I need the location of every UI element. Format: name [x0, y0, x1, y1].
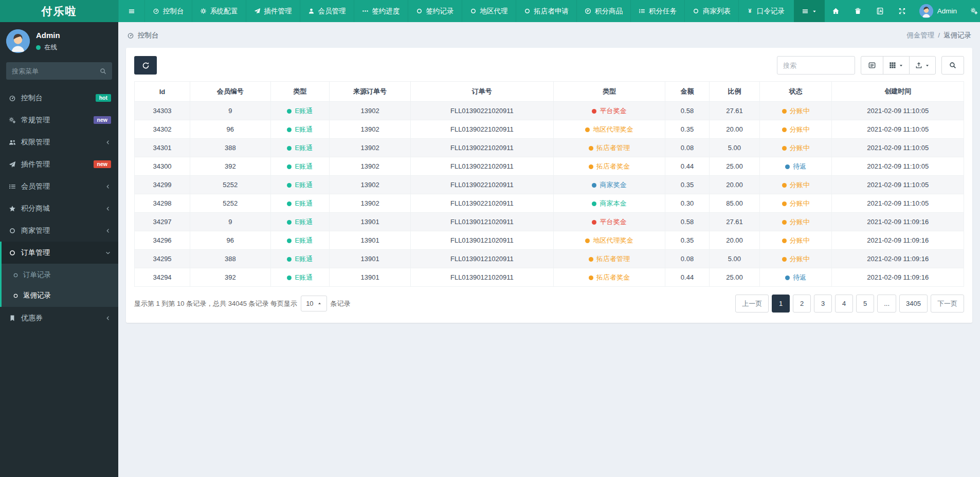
navbar-item-label: 口令记录	[757, 7, 785, 16]
status-dot	[589, 164, 593, 169]
table-cell: 34299	[135, 176, 190, 194]
table-cell: 13902	[330, 139, 411, 157]
table-cell: 拓店者管理	[553, 250, 665, 268]
status-dot	[589, 257, 593, 262]
page-button[interactable]: 下一页	[931, 295, 964, 313]
table-cell: 388	[190, 139, 270, 157]
settings-button[interactable]	[963, 0, 980, 22]
navbar-item[interactable]: 签约记录	[408, 0, 462, 22]
navbar-item[interactable]: 拓店者申请	[516, 0, 577, 22]
status-dot	[287, 146, 292, 151]
navbar-item[interactable]: 系统配置	[192, 0, 246, 22]
page-size-dropdown[interactable]: 10	[301, 296, 326, 311]
page-button[interactable]: 5	[856, 295, 874, 313]
submenu-item-label: 返佣记录	[23, 291, 51, 300]
sidebar-item-link[interactable]: 优惠券	[2, 307, 118, 329]
breadcrumb-parent[interactable]: 佣金管理	[906, 31, 934, 39]
svg-text:¥: ¥	[749, 8, 752, 14]
trash-icon	[854, 7, 862, 15]
table-cell: 13902	[330, 176, 411, 194]
user-icon	[308, 8, 315, 14]
page-button[interactable]: 上一页	[735, 295, 769, 313]
table-cell: 地区代理奖金	[553, 231, 665, 250]
table-header-row: Id会员编号类型来源订单号订单号类型金额比例状态创建时间	[135, 82, 964, 102]
sidebar-item-link[interactable]: 积分商城	[2, 197, 118, 219]
gears-icon	[970, 7, 978, 15]
language-button[interactable]	[869, 0, 891, 22]
table-cell: 2021-02-09 11:10:05	[832, 102, 964, 120]
table-search-input[interactable]	[777, 56, 855, 75]
column-header: 比例	[709, 82, 759, 102]
list-icon	[9, 183, 21, 190]
status-dot	[785, 164, 790, 169]
sidebar-item-link[interactable]: 常规管理new	[2, 109, 118, 131]
view-toggle-dropdown[interactable]	[794, 0, 825, 22]
navbar-item-label: 会员管理	[318, 7, 346, 16]
toolbar-right	[777, 56, 964, 75]
column-header: 状态	[760, 82, 832, 102]
table-cell: 0.08	[665, 250, 709, 268]
page-button[interactable]: 3405	[899, 295, 928, 313]
submenu-item[interactable]: 订单记录	[2, 265, 118, 285]
table-cell: FLL01390121020911	[411, 268, 553, 287]
sidebar-item-link[interactable]: 商家管理	[2, 219, 118, 242]
table-row: 342985252E账通13902FLL01390221020911商家本金0.…	[135, 194, 964, 213]
refresh-button[interactable]	[134, 56, 157, 75]
user-menu[interactable]: Admin	[913, 0, 963, 22]
caret-down-icon	[812, 9, 817, 14]
sidebar-item-link[interactable]: 控制台hot	[2, 87, 118, 109]
search-button[interactable]	[941, 56, 964, 75]
navbar-item[interactable]: ¥口令记录	[738, 0, 792, 22]
status-dot	[287, 127, 292, 132]
navbar-item[interactable]: 会员管理	[300, 0, 354, 22]
navbar-item-label: 拓店者申请	[534, 7, 569, 16]
language-icon	[876, 7, 884, 15]
page-button[interactable]: ...	[877, 295, 896, 313]
page-button[interactable]: 3	[814, 295, 832, 313]
table-cell: E账通	[270, 102, 330, 120]
navbar-item[interactable]: P积分商品	[576, 0, 630, 22]
table-cell: 2021-02-09 11:09:16	[832, 268, 964, 287]
sidebar-item-link[interactable]: 权限管理	[2, 131, 118, 153]
navbar-item[interactable]: 签约进度	[354, 0, 408, 22]
sidebar-item-link[interactable]: 会员管理	[2, 175, 118, 197]
clear-cache-button[interactable]	[847, 0, 869, 22]
sidebar-item-link[interactable]: 插件管理new	[2, 153, 118, 175]
page-button[interactable]: 4	[835, 295, 853, 313]
sidebar-toggle-button[interactable]	[118, 0, 144, 22]
page-button[interactable]: 1	[772, 295, 790, 313]
menu-search-input[interactable]	[12, 67, 100, 75]
sidebar-item: 商家管理	[0, 219, 118, 242]
avatar	[919, 4, 933, 18]
navbar-item[interactable]: 插件管理	[246, 0, 300, 22]
table-cell: E账通	[270, 231, 330, 250]
navbar-item[interactable]: 积分任务	[630, 0, 684, 22]
table-cell: E账通	[270, 268, 330, 287]
export-icon	[915, 62, 922, 69]
fullscreen-icon	[898, 7, 906, 15]
table-cell: 34302	[135, 120, 190, 139]
columns-button[interactable]	[883, 56, 910, 75]
pagination-summary: 显示第 1 到第 10 条记录，总共 34045 条记录 每页显示 10 条记录	[134, 296, 351, 311]
submenu-item[interactable]: 返佣记录	[2, 285, 118, 306]
page-button[interactable]: 2	[793, 295, 811, 313]
chevron-left-icon	[105, 228, 111, 234]
navbar-item[interactable]: 地区代理	[462, 0, 516, 22]
navbar-item[interactable]: 控制台	[144, 0, 192, 22]
detail-view-button[interactable]	[861, 56, 883, 75]
export-button[interactable]	[909, 56, 936, 75]
status-dot	[287, 201, 292, 206]
chevron-left-icon	[105, 184, 111, 190]
table-cell: 13901	[330, 268, 411, 287]
app-logo[interactable]: 付乐啦	[0, 0, 118, 22]
status-dot	[287, 238, 292, 243]
columns-icon	[889, 62, 896, 69]
sidebar-item-link[interactable]: 订单管理	[2, 242, 118, 264]
home-button[interactable]	[825, 0, 847, 22]
fullscreen-button[interactable]	[891, 0, 913, 22]
navbar-item[interactable]: 商家列表	[684, 0, 738, 22]
status-dot	[782, 127, 787, 132]
detail-view-icon	[868, 62, 876, 69]
table-cell: 0.35	[665, 176, 709, 194]
sidebar-item-label: 会员管理	[21, 182, 105, 191]
